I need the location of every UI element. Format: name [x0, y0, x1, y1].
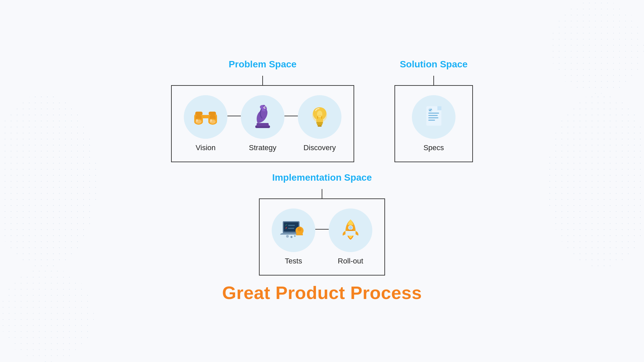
chess-horse-icon [253, 105, 273, 130]
svg-rect-20 [317, 124, 322, 125]
tests-rollout-connector [315, 229, 329, 230]
rollout-label: Roll-out [338, 257, 363, 265]
impl-title-connector [322, 189, 322, 198]
svg-point-17 [266, 109, 267, 110]
lightbulb-icon [309, 105, 331, 130]
strategy-item: Strategy [241, 95, 284, 152]
svg-point-12 [210, 119, 212, 122]
vision-item: Vision [184, 95, 227, 152]
svg-rect-35 [288, 228, 294, 229]
strategy-circle [241, 95, 284, 139]
svg-rect-28 [428, 120, 435, 121]
specs-circle [412, 95, 455, 139]
svg-rect-25 [428, 113, 439, 114]
rollout-item: Roll-out [329, 208, 372, 265]
svg-point-16 [265, 107, 266, 108]
main-content: Problem Space [0, 0, 644, 362]
svg-rect-24 [437, 106, 441, 110]
svg-point-42 [349, 226, 352, 229]
strategy-discovery-connector [284, 116, 298, 116]
implementation-space-box: ✓ ✗ [259, 198, 385, 276]
svg-rect-21 [318, 125, 322, 127]
tests-circle: ✓ ✗ [272, 208, 315, 252]
rocket-icon [338, 217, 363, 244]
svg-text:✓: ✓ [285, 224, 287, 227]
svg-point-37 [298, 227, 302, 231]
svg-rect-8 [202, 115, 210, 118]
svg-text:✗: ✗ [285, 227, 287, 230]
main-title-container: Great Product Process [222, 282, 422, 303]
rollout-circle [329, 208, 372, 252]
solution-space-group: Solution Space [394, 59, 473, 162]
specs-label: Specs [423, 143, 444, 152]
main-title: Great Product Process [222, 283, 422, 303]
vision-label: Vision [196, 143, 216, 152]
problem-space-group: Problem Space [171, 59, 354, 162]
svg-rect-14 [257, 123, 269, 126]
problem-space-box: Vision [171, 85, 354, 162]
discovery-circle [298, 95, 341, 139]
svg-point-39 [290, 236, 292, 238]
solution-title-connector [433, 76, 434, 85]
svg-point-38 [286, 235, 289, 238]
discovery-label: Discovery [304, 143, 336, 152]
tests-item: ✓ ✗ [272, 208, 315, 265]
problem-title-connector [262, 76, 263, 85]
specs-document-icon [423, 105, 445, 130]
svg-point-22 [317, 111, 322, 117]
implementation-space-title: Implementation Space [272, 172, 372, 183]
vision-strategy-connector [227, 116, 241, 116]
solution-space-title: Solution Space [400, 59, 468, 70]
svg-rect-27 [428, 117, 438, 118]
svg-point-11 [196, 119, 198, 122]
svg-point-40 [294, 235, 296, 237]
top-row: Problem Space [171, 59, 473, 162]
vision-circle [184, 95, 227, 139]
solution-space-box: Specs [394, 85, 473, 162]
svg-rect-19 [316, 122, 323, 124]
binoculars-icon [194, 107, 218, 127]
svg-rect-26 [428, 115, 438, 116]
implementation-section: Implementation Space ✓ ✗ [259, 172, 385, 276]
tests-icon: ✓ ✗ [280, 218, 307, 243]
strategy-label: Strategy [249, 143, 276, 152]
problem-space-title: Problem Space [229, 59, 297, 70]
svg-rect-10 [209, 112, 216, 115]
svg-rect-33 [288, 225, 295, 226]
tests-label: Tests [285, 257, 302, 265]
svg-rect-9 [195, 112, 203, 115]
discovery-item: Discovery [298, 95, 341, 152]
svg-rect-43 [347, 230, 354, 231]
specs-item: Specs [412, 95, 455, 152]
